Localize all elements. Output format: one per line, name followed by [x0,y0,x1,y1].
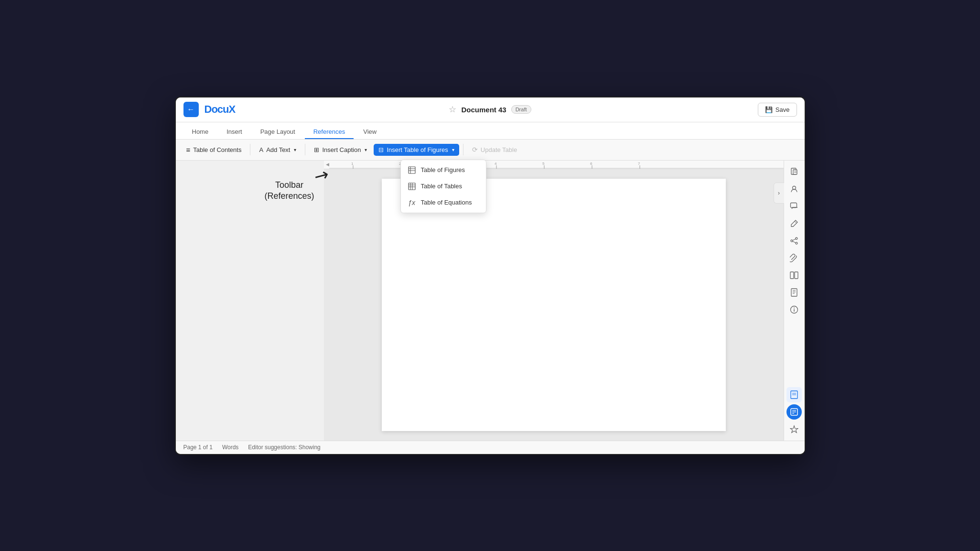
dropdown-table-of-equations[interactable]: ƒx Table of Equations [401,194,486,211]
insert-caption-caret: ▾ [365,147,367,152]
save-label: Save [775,106,790,113]
doc-area: ◀ 1 2 3 [324,161,784,441]
back-button[interactable]: ← [183,102,199,117]
tof-icon [408,166,416,174]
svg-rect-37 [795,272,798,279]
tab-references[interactable]: References [305,125,354,139]
sidebar-icon-chat[interactable] [786,199,802,214]
sidebar-icon-columns[interactable] [786,268,802,283]
main-area: Toolbar(References) ↗ ◀ 1 [176,161,805,441]
star-icon[interactable]: ☆ [449,104,456,115]
nav-tabs: Home Insert Page Layout References View [176,122,805,140]
annotation-text: Toolbar(References) [264,180,314,202]
insert-caption-label: Insert Caption [322,146,361,153]
doc-info: ☆ Document 43 Draft [449,104,531,115]
separator-3 [463,144,463,155]
tab-view[interactable]: View [355,125,385,139]
svg-text:6: 6 [590,162,592,166]
words-count: Words [222,444,238,451]
editor-suggestions: Editor suggestions: Showing [248,444,320,451]
update-table-icon: ⟳ [472,146,478,153]
sidebar-icon-doc[interactable] [786,164,802,180]
sidebar-icon-star[interactable] [786,421,802,437]
ruler: ◀ 1 2 3 [324,161,784,169]
sidebar-icon-clip[interactable] [786,250,802,266]
doc-title: Document 43 [461,106,506,114]
doc-page [382,179,726,431]
sidebar-icon-info[interactable] [786,302,802,317]
add-text-icon: A [259,146,263,153]
insert-tof-dropdown: Table of Figures Table of Tables ƒx Tabl… [400,160,486,213]
sidebar-icon-edit[interactable] [786,216,802,231]
sidebar-icon-user[interactable] [786,182,802,197]
insert-tof-caret: ▾ [452,147,454,152]
svg-point-44 [794,307,795,308]
svg-point-31 [791,240,793,242]
svg-text:4: 4 [495,162,497,166]
dropdown-tof-label: Table of Figures [421,166,465,173]
annotation-area: Toolbar(References) ↗ [176,161,324,441]
tab-page-layout[interactable]: Page Layout [252,125,304,139]
add-text-caret: ▾ [294,147,296,152]
save-button[interactable]: 💾 Save [758,103,797,117]
draft-badge: Draft [511,105,531,114]
add-text-label: Add Text [266,146,290,153]
logo-prefix: Docu [205,103,229,115]
tab-insert[interactable]: Insert [218,125,251,139]
svg-text:5: 5 [542,162,545,166]
top-bar: ← DocuX ☆ Document 43 Draft 💾 Save [176,97,805,122]
toe-icon: ƒx [408,198,416,207]
update-table-button: ⟳ Update Table [467,143,522,156]
dropdown-toe-label: Table of Equations [421,199,472,206]
separator-2 [305,144,305,155]
svg-point-32 [796,238,797,239]
update-table-label: Update Table [481,146,517,153]
toc-label: Table of Contents [193,146,241,153]
insert-table-of-figures-button[interactable]: ⊟ Insert Table of Figures ▾ [374,144,459,156]
tot-icon [408,182,416,191]
window-frame: ← DocuX ☆ Document 43 Draft 💾 Save Home … [175,97,806,455]
table-of-contents-button[interactable]: ≡ Table of Contents [182,143,247,156]
insert-caption-button[interactable]: ⊞ Insert Caption ▾ [309,144,372,156]
svg-line-35 [793,241,796,243]
separator-1 [250,144,250,155]
sidebar-collapse-button[interactable]: › [774,183,784,204]
app-logo: DocuX [205,103,236,116]
dropdown-tot-label: Table of Tables [421,183,463,190]
dropdown-table-of-figures[interactable]: Table of Figures [401,162,486,178]
svg-rect-29 [791,203,797,207]
svg-point-33 [796,242,797,244]
svg-text:1: 1 [351,162,354,166]
add-text-button[interactable]: A Add Text ▾ [254,144,301,156]
toolbar: ≡ Table of Contents A Add Text ▾ ⊞ Inser… [176,140,805,161]
svg-line-30 [795,221,797,223]
svg-rect-38 [791,289,797,296]
dropdown-table-of-tables[interactable]: Table of Tables [401,178,486,194]
insert-tof-label: Insert Table of Figures [387,146,448,153]
insert-tof-icon: ⊟ [378,146,384,153]
toc-icon: ≡ [186,146,191,154]
sidebar-icon-share[interactable] [786,233,802,248]
svg-rect-25 [793,170,797,174]
svg-rect-36 [790,272,794,279]
tab-home[interactable]: Home [183,125,217,139]
right-sidebar: › [784,161,805,441]
svg-rect-0 [409,167,415,173]
svg-line-34 [793,239,796,240]
doc-scroll[interactable] [324,169,784,441]
insert-caption-icon: ⊞ [314,146,319,153]
sidebar-icon-active[interactable] [786,404,802,420]
sidebar-icon-page[interactable] [786,285,802,300]
save-icon: 💾 [765,106,773,113]
svg-rect-4 [409,183,415,190]
status-bar: Page 1 of 1 Words Editor suggestions: Sh… [176,441,805,454]
svg-text:7: 7 [638,162,640,166]
page-info: Page 1 of 1 [183,444,213,451]
logo-suffix: X [229,103,236,115]
sidebar-icon-bookmark[interactable] [786,387,802,402]
